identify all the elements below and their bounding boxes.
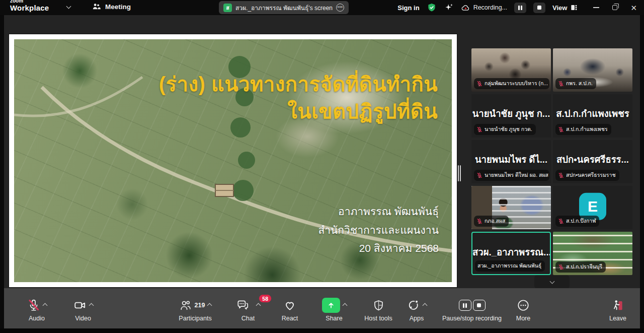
share-button[interactable]: Share <box>317 298 351 322</box>
mic-muted-icon <box>27 299 40 312</box>
more-button[interactable]: More <box>507 298 539 322</box>
credit-author: อาภาพรรณ พัฒนพันธุ์ <box>318 203 439 221</box>
participant-tile[interactable]: นายพนมไพร ดีไ... นายพนมไพร ดีใหม่ ผอ. สผ… <box>471 140 551 183</box>
share-tab-avatar: ส <box>223 4 232 12</box>
tab-shared-screen[interactable]: ส สวผ._อาภาพรรณ พัฒนพันธุ์'s screen ••• <box>219 1 349 14</box>
participant-tile[interactable]: กภอ.สผส <box>471 186 551 229</box>
chat-button[interactable]: 58 Chat <box>230 298 266 322</box>
pause-stop-recording-button[interactable]: Pause/stop recording <box>434 298 510 322</box>
title-bar: zoom Workplace Meeting ส สวผ._อาภาพรรณ พ… <box>0 0 644 15</box>
participant-label: นายพนมไพร ดีใหม่ ผอ. สผส <box>474 170 549 181</box>
credit-office: สำนักวิชาการและแผนงาน <box>318 221 439 240</box>
participant-label: สปก•นครศรีธรรมราช <box>555 170 619 181</box>
participant-name: สวผ._อาภาพรรณ... <box>472 245 550 259</box>
participant-tile[interactable]: สปก•นครศรีธรร... สปก•นครศรีธรรมราช <box>553 140 632 183</box>
window-minimize-button[interactable] <box>593 7 599 8</box>
stop-recording-button[interactable] <box>533 3 545 13</box>
aerial-rice-field-photo: (ร่าง) แนวทางการจัดที่ดินทำกิน ในเขตปฏิร… <box>14 39 452 282</box>
brand-chevron-down-icon[interactable] <box>66 4 71 9</box>
chat-icon <box>236 299 250 312</box>
participants-button[interactable]: 219 Participants <box>168 298 223 322</box>
share-tab-title: สวผ._อาภาพรรณ พัฒนพันธุ์'s screen <box>235 3 333 13</box>
stop-recording-icon[interactable] <box>473 300 486 311</box>
apps-icon <box>407 299 420 312</box>
tab-meeting[interactable]: Meeting <box>92 2 131 12</box>
leave-door-icon <box>611 299 624 312</box>
mic-muted-icon <box>558 81 564 87</box>
shared-screen-slide: (ร่าง) แนวทางการจัดที่ดินทำกิน ในเขตปฏิร… <box>9 34 457 287</box>
app-brand[interactable]: zoom Workplace <box>10 0 49 12</box>
participants-count: 219 <box>195 302 205 309</box>
participant-label: กลุ่มพัฒนาระบบบริหาร (ก... <box>474 78 549 89</box>
view-label: View <box>552 4 567 12</box>
shield-check-icon[interactable] <box>427 3 437 13</box>
participant-tile[interactable]: ส.ป.ก.กำแพงเพชร ส.ป.ก.กำแพงเพชร <box>553 94 632 138</box>
pause-recording-icon[interactable] <box>459 300 471 311</box>
shield-icon <box>372 299 385 312</box>
mic-muted-icon <box>558 218 564 224</box>
participant-label: กภอ.สผส <box>474 216 509 227</box>
view-layout-icon <box>570 4 578 12</box>
mic-muted-icon <box>476 126 482 132</box>
mic-muted-icon <box>558 172 564 178</box>
brand-workplace-label: Workplace <box>10 4 49 12</box>
participant-label: กพร. ส.ป.ก. <box>555 78 596 89</box>
mic-muted-icon <box>558 264 564 270</box>
host-tools-button[interactable]: Host tools <box>356 298 400 322</box>
participants-icon <box>179 299 192 312</box>
meeting-toolbar: Audio Video 219 <box>4 288 640 328</box>
participants-options-chevron[interactable] <box>207 303 212 308</box>
apps-button[interactable]: Apps <box>400 298 433 322</box>
chat-options-chevron[interactable] <box>256 303 261 308</box>
participant-label: ส.ป.ก.ปราจีนบุรี <box>555 261 606 273</box>
participant-tile[interactable]: กลุ่มพัฒนาระบบบริหาร (ก... <box>471 48 551 92</box>
mic-muted-icon <box>476 81 482 87</box>
share-options-chevron[interactable] <box>342 303 347 308</box>
video-button[interactable]: Video <box>65 298 101 322</box>
participant-tile[interactable]: กพร. ส.ป.ก. <box>553 48 632 92</box>
scroll-more-videos-button[interactable] <box>534 275 570 289</box>
chevron-down-icon <box>549 279 554 284</box>
chat-unread-badge: 58 <box>259 294 272 303</box>
sign-in-button[interactable]: Sign in <box>397 4 419 12</box>
window-close-button[interactable]: ✕ <box>630 4 637 12</box>
slide-title-line1: (ร่าง) แนวทางการจัดที่ดินทำกิน <box>159 71 438 98</box>
participant-name: สปก•นครศรีธรร... <box>553 152 632 167</box>
ai-companion-sparkle-icon[interactable] <box>444 3 454 13</box>
slide-title-line2: ในเขตปฏิรูปที่ดิน <box>159 98 438 125</box>
apps-options-chevron[interactable] <box>422 303 427 308</box>
participant-tile[interactable]: E ส.ป.ก.บึงกาฬ <box>553 186 632 229</box>
participant-label: นายนำชัย ภูนุช กวด. <box>474 124 536 135</box>
credit-date: 20 สิงหาคม 2568 <box>318 239 439 258</box>
zoom-window: zoom Workplace Meeting ส สวผ._อาภาพรรณ พ… <box>0 0 644 333</box>
mic-muted-icon <box>476 172 482 178</box>
recording-status: Recording... <box>461 4 507 12</box>
cloud-recording-icon <box>461 4 470 12</box>
audio-button[interactable]: Audio <box>19 298 54 322</box>
slide-credits: อาภาพรรณ พัฒนพันธุ์ สำนักวิชาการและแผนงา… <box>318 203 439 258</box>
panel-resize-handle[interactable] <box>458 165 461 181</box>
share-screen-icon <box>322 298 340 313</box>
mic-muted-icon <box>476 218 482 224</box>
participant-label: ส.ป.ก.กำแพงเพชร <box>555 124 611 135</box>
leave-button[interactable]: Leave <box>600 298 635 322</box>
view-button[interactable]: View <box>552 4 578 12</box>
participant-tile[interactable]: ส.ป.ก.ปราจีนบุรี <box>553 232 632 275</box>
mic-muted-icon <box>558 126 564 132</box>
window-restore-button[interactable] <box>612 5 617 10</box>
window-bottom-edge <box>0 328 644 333</box>
participant-tile[interactable]: นายนำชัย ภูนุช ก... นายนำชัย ภูนุช กวด. <box>471 94 551 138</box>
meeting-tab-label: Meeting <box>105 3 131 11</box>
video-options-chevron[interactable] <box>89 303 94 308</box>
tab-options-icon[interactable]: ••• <box>336 4 344 12</box>
recording-label: Recording... <box>473 4 507 11</box>
active-speaker-tile[interactable]: สวผ._อาภาพรรณ... สวผ._อาภาพรรณ พัฒนพันธุ… <box>471 232 551 275</box>
react-button[interactable]: React <box>273 298 306 322</box>
more-ellipsis-icon <box>517 299 530 312</box>
people-icon <box>92 2 101 12</box>
participant-name: นายพนมไพร ดีไ... <box>471 152 551 167</box>
heart-icon <box>283 299 296 312</box>
pause-recording-button[interactable] <box>514 3 526 13</box>
audio-options-chevron[interactable] <box>42 303 47 308</box>
participant-name: ส.ป.ก.กำแพงเพชร <box>553 106 632 121</box>
